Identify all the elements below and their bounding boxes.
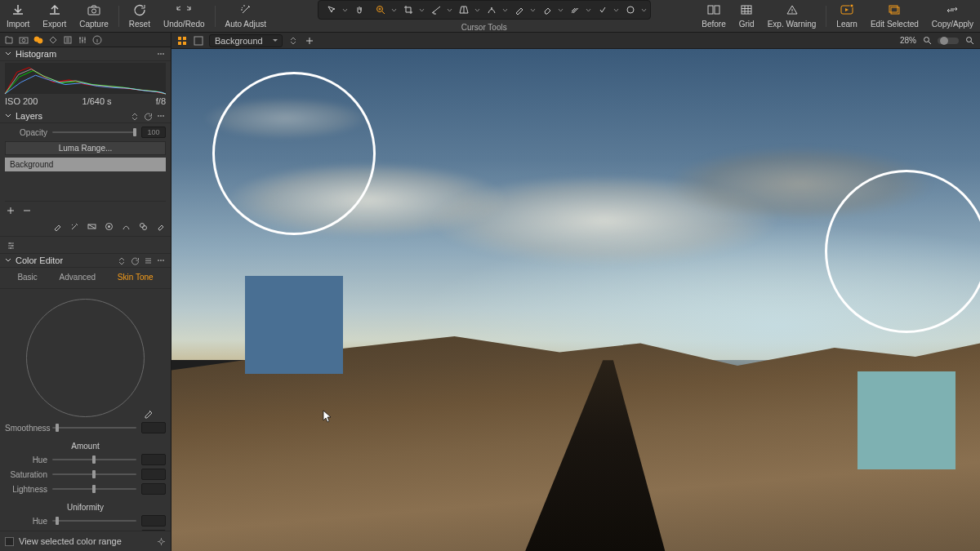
search-icon[interactable] [964,35,975,47]
library-tab-icon[interactable] [3,34,15,46]
heal-tool[interactable] [593,2,612,18]
output-tab-icon[interactable] [62,34,74,46]
smoothness-slider[interactable] [52,427,136,429]
annotation-tool[interactable] [621,2,640,18]
amount-lightness-slider[interactable] [52,488,136,490]
straighten-tool-caret[interactable] [448,2,452,18]
expand-icon[interactable] [130,111,140,121]
layer-background[interactable]: Background [5,158,166,171]
adjust-tab-icon[interactable] [33,34,44,46]
grid-button[interactable]: Grid [733,0,761,32]
import-button[interactable]: Import [0,0,36,32]
radial-mask-icon[interactable] [103,220,114,232]
target-icon[interactable] [156,536,166,546]
view-range-checkbox[interactable] [5,537,14,546]
layers-header[interactable]: Layers [0,109,171,123]
undo-redo-button[interactable]: Undo/Redo [157,0,212,32]
adjust-quick-icon[interactable] [5,239,16,251]
tab-advanced[interactable]: Advanced [56,271,99,283]
auto-adjust-label: Auto Adjust [225,20,267,29]
crop-tool[interactable] [399,2,418,18]
list-icon[interactable] [143,256,153,265]
annotation-tool-caret[interactable] [642,2,647,18]
gradient-tool[interactable] [565,2,585,18]
spot-tool-caret[interactable] [503,2,508,18]
hand-tool[interactable] [350,2,369,18]
gradient-tool-caret[interactable] [586,2,591,18]
panel-menu-icon[interactable] [156,49,166,59]
reset-button[interactable]: Reset [122,0,157,32]
brush-mask-icon[interactable] [51,220,63,232]
copy-apply-button[interactable]: Copy/Apply [925,0,980,32]
delete-layer-icon[interactable] [21,205,33,216]
cursor-tools-row [318,0,651,20]
toolbar-right-group: Before Grid Exp. Warning Learn Edit Sele… [695,0,980,32]
metadata-tab-icon[interactable] [47,34,59,46]
spot-tool[interactable] [482,2,501,18]
reset-icon[interactable] [143,111,153,121]
before-button[interactable]: Before [695,0,732,32]
layer-options-icon[interactable] [287,35,299,47]
panel-menu-icon[interactable] [156,111,166,121]
svg-rect-6 [715,6,719,14]
select-tool-caret[interactable] [343,2,348,18]
amount-lightness-value[interactable] [141,483,166,495]
panel-menu-icon[interactable] [156,256,166,265]
opacity-value[interactable]: 100 [141,127,166,138]
view-grid-icon[interactable] [176,35,188,47]
luma-range-button[interactable]: Luma Range... [5,141,166,155]
erase-mask-icon[interactable] [154,220,166,232]
eyedropper-icon[interactable] [143,409,154,420]
export-button[interactable]: Export [36,0,73,32]
histogram-graph[interactable] [5,63,166,94]
opacity-slider[interactable] [52,131,136,133]
reset-icon[interactable] [130,256,140,265]
amount-hue-slider[interactable] [52,459,136,460]
keystone-tool-caret[interactable] [475,2,480,18]
heal-mask-icon[interactable] [120,220,131,232]
wand-icon [240,3,252,16]
clone-mask-icon[interactable] [137,220,149,232]
amount-saturation-value[interactable] [141,469,166,480]
crop-tool-caret[interactable] [420,2,425,18]
magic-brush-icon[interactable] [69,220,80,232]
edit-selected-button[interactable]: Edit Selected [864,0,925,32]
image-canvas[interactable] [172,49,980,551]
zoom-tool-caret[interactable] [392,2,397,18]
zoom-slider[interactable] [938,38,959,44]
linear-mask-icon[interactable] [86,220,97,232]
brush-tool[interactable] [510,2,529,18]
eraser-tool-caret[interactable] [559,2,564,18]
histogram-header[interactable]: Histogram [0,47,171,61]
capture-button[interactable]: Capture [73,0,115,32]
exp-warning-button[interactable]: Exp. Warning [761,0,823,32]
amount-saturation-slider[interactable] [52,473,136,475]
expand-icon[interactable] [117,256,127,265]
keystone-tool[interactable] [454,2,474,18]
select-tool[interactable] [322,2,341,18]
brush-tool-caret[interactable] [531,2,536,18]
straighten-tool[interactable] [426,2,446,18]
tab-basic[interactable]: Basic [14,271,40,283]
add-view-icon[interactable] [304,35,315,47]
info-tab-icon[interactable] [91,34,103,46]
learn-button[interactable]: Learn [830,0,864,32]
color-editor-header[interactable]: Color Editor [0,254,171,268]
add-layer-icon[interactable] [5,205,16,216]
heal-tool-caret[interactable] [614,2,619,18]
view-single-icon[interactable] [193,35,204,47]
uniformity-hue-slider[interactable] [52,520,136,522]
layer-dropdown[interactable]: Background [209,34,283,47]
smoothness-value[interactable] [141,422,166,433]
auto-adjust-button[interactable]: Auto Adjust [219,0,274,32]
zoom-loupe-icon[interactable] [921,35,933,47]
tab-skin-tone[interactable]: Skin Tone [114,271,157,283]
svg-point-23 [160,53,162,55]
zoom-tool[interactable] [371,2,390,18]
uniformity-hue-value[interactable] [141,515,166,527]
sliders-tab-icon[interactable] [77,34,88,46]
amount-hue-value[interactable] [141,454,166,465]
eraser-tool[interactable] [537,2,557,18]
color-wheel[interactable] [26,299,145,417]
capture-tab-icon[interactable] [18,34,29,46]
